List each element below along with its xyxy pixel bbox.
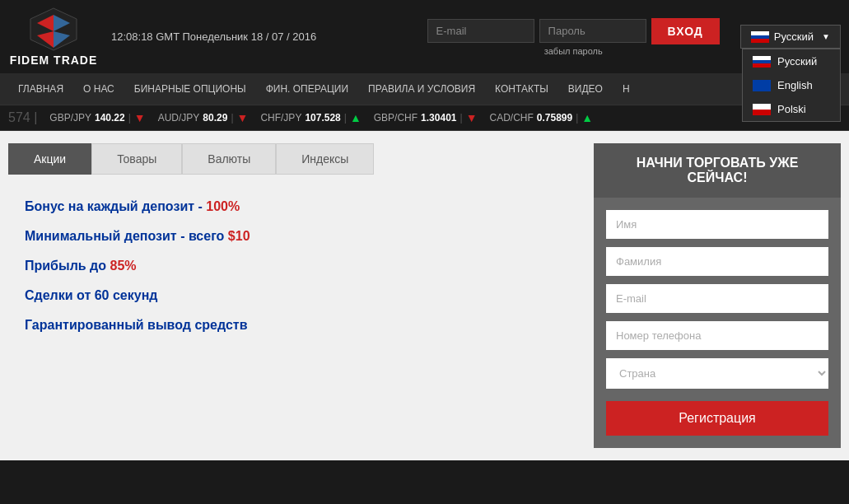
nav-item-video[interactable]: ВИДЕО [558, 73, 613, 105]
lang-label-pl: Polski [777, 103, 806, 115]
tab-stocks[interactable]: Акции [8, 143, 91, 175]
forgot-password-link[interactable]: забыл пароль [544, 46, 603, 56]
ticker-item-chfjpy: CHF/JPY 107.528 | ▲ [260, 111, 361, 124]
header-inputs: ВХОД забыл пароль [427, 18, 720, 56]
feature-min-deposit: Минимальный депозит - всего $10 [25, 229, 565, 244]
tab-goods[interactable]: Товары [91, 143, 182, 175]
nav-item-terms[interactable]: ПРАВИЛА И УСЛОВИЯ [358, 73, 485, 105]
tab-currencies[interactable]: Валюты [182, 143, 276, 175]
first-name-input[interactable] [606, 210, 828, 239]
feature-deals: Сделки от 60 секунд [25, 288, 565, 303]
chevron-down-icon: ▼ [822, 32, 830, 41]
flag-uk-icon [753, 80, 771, 91]
left-panel: Акции Товары Валюты Индексы Бонус на каж… [8, 143, 581, 448]
password-input[interactable] [539, 19, 646, 43]
navigation: ГЛАВНАЯ О НАС БИНАРНЫЕ ОПЦИОНЫ ФИН. ОПЕР… [0, 73, 849, 105]
ticker-sep: 574 | [8, 110, 37, 125]
register-button[interactable]: Регистрация [606, 401, 828, 436]
country-select[interactable]: Страна [606, 358, 828, 389]
tab-indices[interactable]: Индексы [276, 143, 374, 175]
lang-menu: Русский English Polski [742, 49, 841, 122]
lang-option-pl[interactable]: Polski [743, 97, 840, 121]
form-header: НАЧНИ ТОРГОВАТЬ УЖЕ СЕЙЧАС! [594, 143, 841, 198]
lang-button[interactable]: Русский ▼ [740, 25, 841, 49]
header-inputs-row: ВХОД [427, 18, 720, 44]
phone-field[interactable] [606, 321, 828, 350]
datetime: 12:08:18 GMT Понедельник 18 / 07 / 2016 [111, 30, 316, 43]
email-input[interactable] [427, 19, 534, 43]
ticker-item-audjpy: AUD/JPY 80.29 | ▼ [158, 111, 249, 124]
ticker-item-cadchf: CAD/CHF 0.75899 | ▲ [489, 111, 593, 124]
form-body: Страна Регистрация [594, 198, 841, 448]
ticker-down-icon: ▼ [134, 111, 146, 124]
feature-withdrawal: Гарантированный вывод средств [25, 318, 565, 333]
ticker-up-icon: ▲ [350, 111, 362, 124]
feature-profit-value: 85% [110, 259, 136, 273]
email-field[interactable] [606, 284, 828, 313]
ticker-item-gbpchf: GBP/CHF 1.30401 | ▼ [374, 111, 478, 124]
nav-item-more[interactable]: Н [613, 73, 640, 105]
lang-label-ru: Русский [777, 55, 817, 68]
login-button[interactable]: ВХОД [651, 18, 720, 44]
ticker-up-icon: ▲ [581, 111, 593, 124]
lang-current-label: Русский [774, 30, 814, 43]
last-name-input[interactable] [606, 247, 828, 276]
flag-ru-icon [753, 56, 771, 68]
header: FIDEM TRADE 12:08:18 GMT Понедельник 18 … [0, 0, 849, 73]
nav-item-contacts[interactable]: КОНТАКТЫ [485, 73, 558, 105]
asset-tabs: Акции Товары Валюты Индексы [8, 143, 581, 175]
feature-bonus-value: 100% [206, 199, 240, 213]
nav-item-finance[interactable]: ФИН. ОПЕРАЦИИ [256, 73, 358, 105]
feature-bonus: Бонус на каждый депозит - 100% [25, 199, 565, 214]
nav-item-about[interactable]: О НАС [73, 73, 124, 105]
lang-option-en[interactable]: English [743, 73, 840, 97]
logo-text: FIDEM TRADE [10, 54, 98, 67]
feature-profit: Прибыль до 85% [25, 259, 565, 273]
feature-min-deposit-value: $10 [228, 229, 250, 243]
features-list: Бонус на каждый депозит - 100% Минимальн… [8, 191, 581, 356]
lang-option-ru[interactable]: Русский [743, 49, 840, 73]
ticker-down-icon: ▼ [237, 111, 249, 124]
nav-item-binary[interactable]: БИНАРНЫЕ ОПЦИОНЫ [124, 73, 256, 105]
lang-label-en: English [777, 79, 813, 91]
nav-item-home[interactable]: ГЛАВНАЯ [8, 73, 73, 105]
logo-area: FIDEM TRADE [8, 7, 99, 67]
main-content: Акции Товары Валюты Индексы Бонус на каж… [0, 131, 849, 460]
logo-icon [29, 7, 78, 52]
ticker-bar: 574 | GBP/JPY 140.22 | ▼ AUD/JPY 80.29 |… [0, 105, 849, 131]
registration-panel: НАЧНИ ТОРГОВАТЬ УЖЕ СЕЙЧАС! Страна Регис… [594, 143, 841, 448]
language-dropdown[interactable]: Русский ▼ Русский English Polski [740, 25, 841, 49]
ticker-down-icon: ▼ [466, 111, 478, 124]
flag-pl-icon [753, 104, 771, 115]
flag-ru-icon [751, 31, 769, 43]
ticker-item-gbpjpy: GBP/JPY 140.22 | ▼ [49, 111, 145, 124]
